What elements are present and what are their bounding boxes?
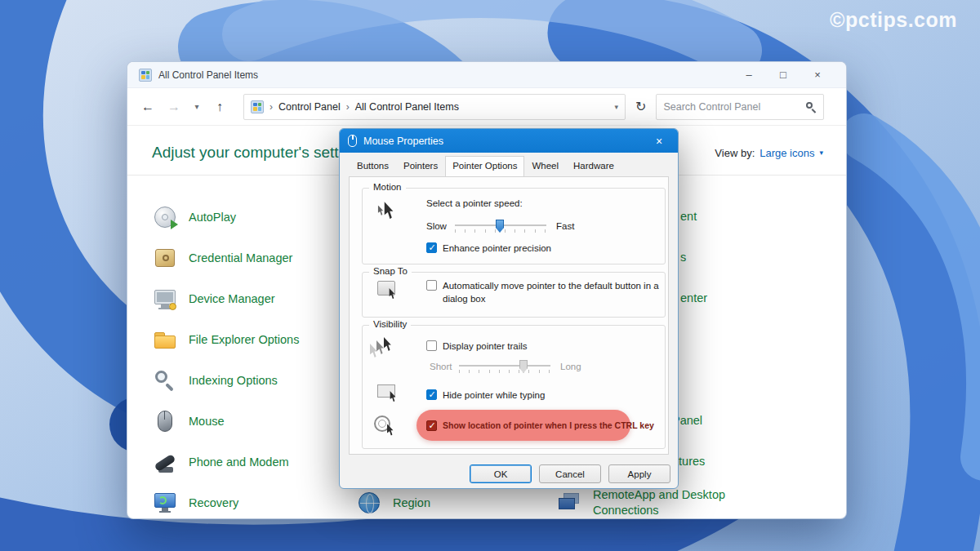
visibility-group-label: Visibility [369, 319, 411, 329]
view-by-control[interactable]: View by: Large icons ▾ [715, 147, 823, 159]
view-by-value[interactable]: Large icons [760, 147, 814, 159]
dialog-close-button[interactable]: × [648, 135, 670, 148]
window-titlebar[interactable]: All Control Panel Items – □ × [127, 62, 846, 88]
search-input[interactable] [663, 101, 805, 113]
show-pointer-location-label: Show location of pointer when I press th… [443, 420, 654, 431]
item-label: Device Manager [189, 292, 275, 305]
partial-item-label[interactable]: s [680, 251, 686, 264]
show-pointer-location-highlight[interactable]: Show location of pointer when I press th… [416, 410, 630, 441]
credential-manager-icon [152, 245, 178, 271]
hide-pointer-checkbox[interactable] [426, 389, 437, 400]
long-label: Long [560, 362, 581, 371]
dialog-buttons: OK Cancel Apply [340, 464, 678, 483]
window-controls: – □ × [732, 63, 835, 87]
view-by-chevron-icon[interactable]: ▾ [819, 149, 823, 157]
device-manager-icon [152, 286, 178, 312]
ok-button[interactable]: OK [470, 464, 532, 483]
motion-group: Motion Select a pointer speed: Slow Fast… [362, 188, 666, 264]
navigation-toolbar: ← → ▾ ↑ › Control Panel › All Control Pa… [127, 88, 846, 126]
pointer-speed-slider[interactable] [455, 220, 546, 234]
cancel-button[interactable]: Cancel [539, 464, 601, 483]
show-pointer-location-checkbox[interactable] [426, 420, 437, 431]
item-file-explorer-options[interactable]: File Explorer Options [152, 325, 299, 354]
item-label: Mouse [189, 415, 225, 428]
hide-pointer-label: Hide pointer while typing [443, 389, 545, 402]
snap-to-checkbox[interactable] [426, 280, 437, 291]
pointer-trails-checkbox[interactable] [426, 340, 437, 351]
dialog-title: Mouse Properties [363, 136, 443, 147]
hide-pointer-icon [368, 384, 405, 398]
pointer-trails-icon [366, 337, 403, 358]
item-phone-and-modem[interactable]: Phone and Modem [152, 447, 289, 477]
page-title: Adjust your computer's settings [152, 144, 367, 162]
enhance-precision-checkbox[interactable] [426, 242, 437, 253]
back-button[interactable]: ← [139, 100, 157, 114]
autoplay-icon [152, 204, 178, 230]
breadcrumb-all-items[interactable]: All Control Panel Items [355, 101, 459, 113]
region-icon [356, 490, 382, 516]
item-region[interactable]: Region [356, 488, 430, 518]
item-mouse[interactable]: Mouse [152, 407, 225, 436]
tab-pointers[interactable]: Pointers [396, 157, 445, 177]
breadcrumb-control-panel[interactable]: Control Panel [278, 101, 341, 113]
view-by-label: View by: [715, 147, 755, 159]
partial-item-label[interactable]: enter [680, 291, 707, 304]
address-bar[interactable]: › Control Panel › All Control Panel Item… [243, 94, 626, 120]
apply-button[interactable]: Apply [608, 464, 670, 483]
motion-group-label: Motion [369, 182, 406, 192]
remoteapp-icon [556, 490, 582, 516]
item-device-manager[interactable]: Device Manager [152, 284, 275, 313]
file-explorer-options-icon [152, 327, 178, 353]
pointer-trails-slider [459, 360, 550, 375]
maximize-button[interactable]: □ [766, 63, 800, 87]
slow-label: Slow [426, 221, 447, 231]
address-control-panel-icon [251, 100, 264, 113]
tab-wheel[interactable]: Wheel [524, 157, 566, 177]
snap-to-row[interactable]: Automatically move pointer to the defaul… [426, 280, 660, 305]
dialog-titlebar[interactable]: Mouse Properties × [340, 129, 678, 153]
item-label: RemoteApp and Desktop Connections [593, 487, 756, 518]
pointer-speed-label: Select a pointer speed: [426, 198, 523, 208]
snap-to-icon [368, 281, 405, 295]
mouse-properties-dialog: Mouse Properties × Buttons Pointers Poin… [339, 128, 679, 489]
mouse-icon [152, 408, 178, 434]
address-dropdown-chevron-icon[interactable]: ▾ [614, 103, 618, 111]
hide-pointer-row[interactable]: Hide pointer while typing [426, 389, 545, 402]
partial-item-label[interactable]: ent [680, 210, 697, 223]
item-autoplay[interactable]: AutoPlay [152, 202, 236, 232]
item-credential-manager[interactable]: Credential Manager [152, 243, 292, 273]
pointer-trails-label: Display pointer trails [443, 340, 528, 353]
search-icon[interactable] [805, 101, 817, 113]
pointer-location-icon [366, 414, 403, 437]
pointer-speed-icon [368, 203, 405, 217]
snap-to-group: Snap To Automatically move pointer to th… [362, 272, 666, 318]
forward-button[interactable]: → [165, 100, 183, 114]
close-button[interactable]: × [800, 63, 835, 87]
recent-pages-chevron-icon[interactable]: ▾ [191, 102, 203, 111]
tab-pointer-options[interactable]: Pointer Options [445, 156, 524, 176]
item-label: File Explorer Options [189, 333, 299, 346]
item-indexing-options[interactable]: Indexing Options [152, 366, 278, 395]
pointer-trails-row[interactable]: Display pointer trails [426, 340, 528, 353]
breadcrumb-separator-icon: › [346, 101, 350, 113]
short-label: Short [430, 362, 452, 371]
window-title: All Control Panel Items [158, 69, 258, 81]
minimize-button[interactable]: – [732, 63, 766, 87]
item-label: Indexing Options [189, 374, 278, 387]
search-box[interactable] [656, 94, 824, 120]
breadcrumb-separator-icon: › [270, 101, 273, 113]
recovery-icon [152, 490, 178, 516]
refresh-button[interactable]: ↻ [635, 99, 646, 114]
item-label: Phone and Modem [189, 455, 289, 469]
mouse-dialog-icon [348, 135, 357, 147]
up-button[interactable]: ↑ [211, 100, 229, 114]
tab-buttons[interactable]: Buttons [350, 157, 396, 177]
item-label: Region [393, 496, 430, 509]
item-recovery[interactable]: Recovery [152, 488, 238, 518]
watermark: ©pctips.com [830, 8, 957, 32]
tab-hardware[interactable]: Hardware [566, 157, 621, 177]
enhance-precision-row[interactable]: Enhance pointer precision [426, 242, 551, 256]
control-panel-icon [139, 69, 152, 82]
item-label: Credential Manager [189, 251, 292, 264]
enhance-precision-label: Enhance pointer precision [443, 242, 551, 256]
